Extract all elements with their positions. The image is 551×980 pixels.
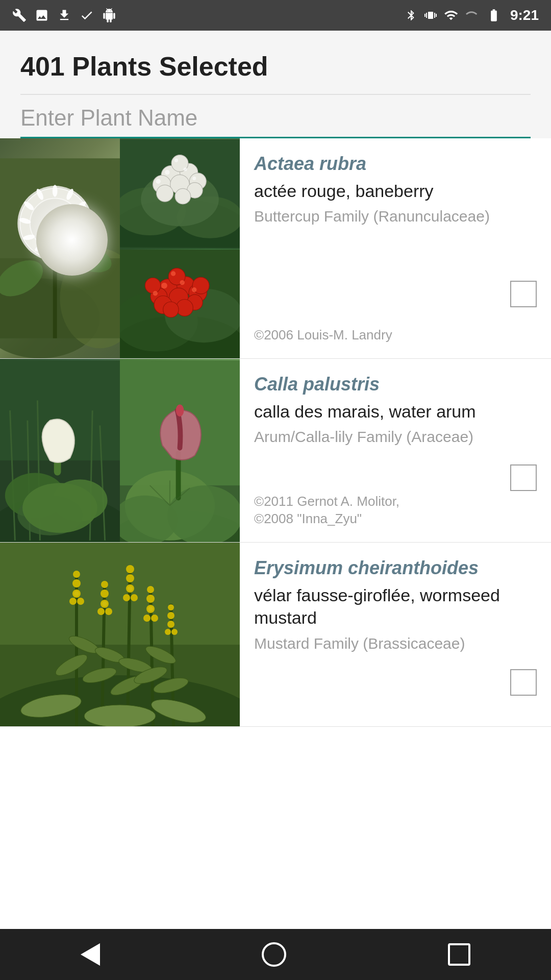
svg-point-39 [192,177,196,180]
svg-point-120 [131,594,138,601]
list-item: Actaea rubra actée rouge, baneberry Butt… [0,138,551,359]
plant-common-name: calla des marais, water arum [254,400,537,423]
calla-right-svg [120,359,240,542]
svg-point-131 [74,591,79,596]
svg-point-7 [30,199,80,249]
svg-point-56 [145,278,161,293]
plant-common-name: vélar fausse-giroflée, wormseed mustard [254,584,537,629]
svg-point-12 [74,234,87,241]
svg-point-14 [53,245,58,257]
svg-point-13 [64,242,77,253]
bottom-navigation [0,929,551,980]
plant-image-erysimum[interactable] [0,543,240,726]
svg-point-54 [163,302,179,317]
image-icon [35,8,49,22]
svg-point-35 [175,188,191,204]
svg-point-129 [165,629,171,635]
svg-point-113 [101,581,108,588]
plant-family: Arum/Calla-lily Family (Araceae) [254,427,537,447]
bluetooth-icon [405,8,417,22]
svg-point-128 [168,604,174,610]
svg-point-105 [84,705,156,726]
plant-checkbox-calla[interactable] [510,464,537,491]
plant-image-actaea-red-berries[interactable] [120,249,240,359]
plant-copyright: ©2006 Louis-M. Landry [254,327,392,344]
svg-point-110 [77,598,84,605]
nav-recent-button[interactable] [448,943,470,966]
svg-point-108 [73,571,80,578]
svg-point-37 [184,167,187,171]
svg-point-40 [156,179,161,184]
erysimum-svg [0,543,240,726]
status-bar: 9:21 [0,0,551,31]
plant-checkbox-actaea[interactable] [510,281,537,307]
actaea-red-berries-svg [120,249,240,359]
vibrate-icon [424,8,437,22]
plant-image-calla-left[interactable] [0,359,120,542]
status-time: 9:21 [510,7,539,23]
svg-point-82 [176,404,184,416]
status-icons-right: 9:21 [405,7,539,23]
svg-point-123 [147,586,154,593]
svg-point-38 [174,159,178,162]
plant-common-name: actée rouge, baneberry [254,180,537,202]
svg-point-109 [69,598,77,605]
svg-point-53 [176,299,193,316]
svg-point-114 [97,608,105,615]
nav-home-button[interactable] [262,942,286,967]
search-input[interactable] [20,95,531,138]
plant-info-erysimum: Erysimum cheiranthoides vélar fausse-gir… [240,543,551,726]
plant-images-erysimum [0,543,240,726]
wifi-icon [444,8,458,22]
plant-image-actaea-white-berries[interactable] [120,138,240,249]
check-icon [80,8,94,22]
plant-scientific-name: Erysimum cheiranthoides [254,557,537,579]
svg-point-127 [167,612,174,619]
actaea-white-berries-svg [120,138,240,249]
plant-image-calla-right[interactable] [120,359,240,542]
svg-point-74 [22,483,97,533]
svg-point-124 [143,615,151,622]
plant-info-actaea: Actaea rubra actée rouge, baneberry Butt… [240,138,551,358]
svg-point-134 [148,606,153,611]
plant-copyright: ©2011 Gernot A. Molitor, ©2008 "Inna_Zyu… [254,493,399,528]
search-container [0,95,551,138]
plant-scientific-name: Actaea rubra [254,153,537,175]
svg-point-117 [126,574,134,582]
status-icons-left [12,8,116,22]
svg-point-107 [72,579,81,587]
wrench-icon [12,8,27,22]
svg-point-125 [151,615,158,622]
plant-list: Actaea rubra actée rouge, baneberry Butt… [0,138,551,929]
battery-icon [485,8,503,22]
plant-images-actaea [0,138,240,358]
nav-back-button[interactable] [81,943,100,966]
svg-point-133 [128,586,133,591]
android-icon [102,8,116,22]
svg-point-59 [171,271,176,276]
svg-point-11 [79,217,91,225]
list-item: Calla palustris calla des marais, water … [0,359,551,543]
svg-point-112 [101,590,109,598]
plant-scientific-name: Calla palustris [254,373,537,395]
plant-checkbox-erysimum[interactable] [510,669,537,696]
svg-point-118 [126,565,134,573]
calla-left-svg [0,359,120,542]
svg-point-34 [157,185,173,202]
actaea-flower-svg [0,138,120,358]
svg-point-122 [146,595,155,603]
download-icon [57,8,71,22]
plant-family: Mustard Family (Brassicaceae) [254,633,537,653]
signal-icon [465,8,478,22]
plant-image-actaea-flower[interactable] [0,138,120,358]
svg-point-132 [102,601,107,606]
plant-images-calla [0,359,240,542]
svg-point-119 [123,594,130,601]
svg-point-130 [171,629,178,635]
page-title: 401 Plants Selected [20,51,531,82]
list-item: Erysimum cheiranthoides vélar fausse-gir… [0,543,551,727]
svg-point-126 [167,621,174,628]
svg-point-115 [105,608,112,615]
plant-family: Buttercup Family (Ranunculaceae) [254,206,537,226]
svg-point-8 [53,185,58,197]
